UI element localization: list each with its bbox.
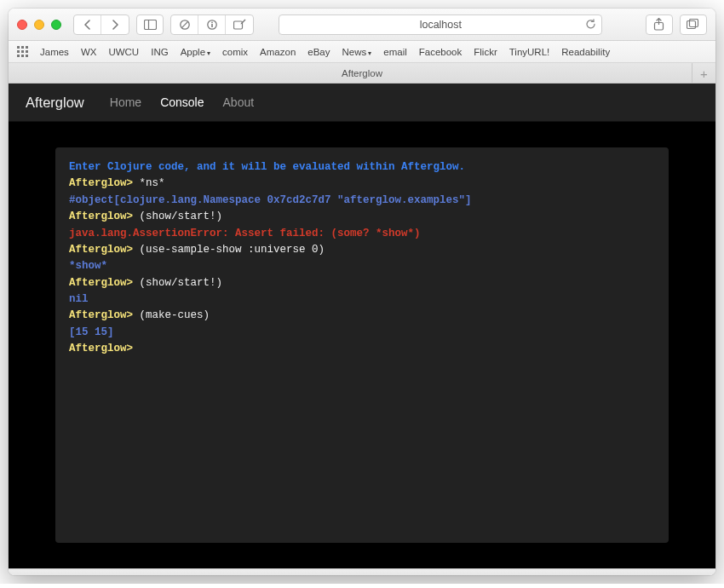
bookmark-item[interactable]: Amazon: [260, 47, 296, 57]
bookmark-item[interactable]: Flickr: [474, 47, 497, 57]
info-icon[interactable]: [198, 14, 226, 35]
back-button[interactable]: [74, 14, 101, 35]
bookmarks-bar: JamesWXUWCUINGApple▾comixAmazoneBayNews▾…: [9, 41, 715, 63]
svg-rect-0: [144, 20, 156, 29]
page: Afterglow HomeConsoleAbout Enter Clojure…: [9, 84, 715, 568]
console-input: *ns*: [140, 177, 165, 189]
chevron-down-icon: ▾: [368, 49, 371, 57]
nav-back-forward: [73, 14, 129, 35]
window-bottom-bar: [9, 568, 715, 575]
zoom-button[interactable]: [51, 20, 61, 30]
brand[interactable]: Afterglow: [26, 95, 84, 111]
console-prompt: Afterglow>: [69, 277, 140, 289]
console-error: java.lang.AssertionError: Assert failed:…: [69, 226, 655, 242]
console-input: (show/start!): [140, 210, 223, 222]
app-navbar: Afterglow HomeConsoleAbout: [9, 84, 715, 122]
bookmark-item[interactable]: TinyURL!: [509, 47, 550, 57]
bookmark-item[interactable]: James: [40, 47, 69, 57]
tabs-overview-button[interactable]: [680, 14, 707, 35]
console-result: #object[clojure.lang.Namespace 0x7cd2c7d…: [69, 193, 655, 209]
console-prompt: Afterglow>: [69, 244, 140, 256]
forward-button[interactable]: [101, 14, 129, 35]
console-result: nil: [69, 291, 655, 308]
bookmark-item[interactable]: Readability: [561, 47, 610, 57]
address-text: localhost: [420, 19, 462, 31]
svg-rect-7: [233, 21, 242, 29]
svg-rect-6: [211, 24, 213, 27]
console-result: *show*: [69, 258, 655, 274]
new-tab-button[interactable]: +: [692, 63, 715, 84]
close-button[interactable]: [17, 20, 27, 30]
compose-icon[interactable]: [226, 14, 253, 35]
favorites-grid-icon[interactable]: [17, 46, 29, 58]
console-prompt: Afterglow>: [69, 309, 140, 321]
traffic-lights: [17, 20, 61, 30]
tabstrip: Afterglow +: [9, 63, 715, 84]
bookmark-item[interactable]: comix: [222, 47, 248, 57]
console-line: Afterglow> *ns*: [69, 176, 655, 192]
console-line: Afterglow> (make-cues): [69, 308, 655, 324]
nav-about[interactable]: About: [223, 95, 255, 109]
console[interactable]: Enter Clojure code, and it will be evalu…: [55, 147, 669, 543]
address-bar[interactable]: localhost: [279, 14, 602, 35]
sidebar-button[interactable]: [136, 14, 164, 35]
svg-line-3: [181, 21, 187, 27]
console-line: Afterglow>: [69, 341, 655, 357]
svg-rect-10: [687, 21, 696, 29]
nav-console[interactable]: Console: [160, 95, 204, 109]
minimize-button[interactable]: [34, 20, 44, 30]
console-intro: Enter Clojure code, and it will be evalu…: [69, 159, 655, 176]
active-tab-title[interactable]: Afterglow: [342, 68, 382, 78]
nav-home[interactable]: Home: [110, 95, 141, 109]
bookmark-item[interactable]: Apple▾: [181, 47, 210, 57]
toolbar-right: [646, 14, 707, 35]
bookmark-item[interactable]: ING: [151, 47, 168, 57]
bookmark-item[interactable]: UWCU: [108, 47, 139, 57]
bookmark-item[interactable]: email: [383, 47, 406, 57]
browser-window: localhost JamesWXUWCUINGApple▾comixAmazo…: [9, 9, 715, 575]
console-input: (show/start!): [140, 277, 223, 289]
console-line: Afterglow> (use-sample-show :universe 0): [69, 242, 655, 258]
console-line: Afterglow> (show/start!): [69, 275, 655, 291]
bookmark-item[interactable]: eBay: [307, 47, 330, 57]
console-input: (use-sample-show :universe 0): [140, 244, 325, 256]
bookmark-item[interactable]: News▾: [342, 47, 372, 57]
svg-rect-11: [690, 20, 698, 27]
console-result: [15 15]: [69, 325, 655, 341]
console-input: (make-cues): [140, 309, 210, 321]
reload-icon[interactable]: [585, 19, 596, 30]
console-wrap: Enter Clojure code, and it will be evalu…: [9, 122, 715, 568]
block-icon[interactable]: [171, 14, 198, 35]
chevron-down-icon: ▾: [207, 49, 210, 57]
console-prompt: Afterglow>: [69, 210, 140, 222]
svg-point-5: [211, 21, 213, 23]
console-prompt: Afterglow>: [69, 343, 133, 355]
titlebar: localhost: [9, 9, 715, 41]
console-line: Afterglow> (show/start!): [69, 209, 655, 225]
toolbar-group-2: [170, 14, 254, 35]
console-prompt: Afterglow>: [69, 177, 140, 189]
bookmark-item[interactable]: Facebook: [419, 47, 463, 57]
share-button[interactable]: [646, 14, 673, 35]
bookmark-item[interactable]: WX: [81, 47, 97, 57]
